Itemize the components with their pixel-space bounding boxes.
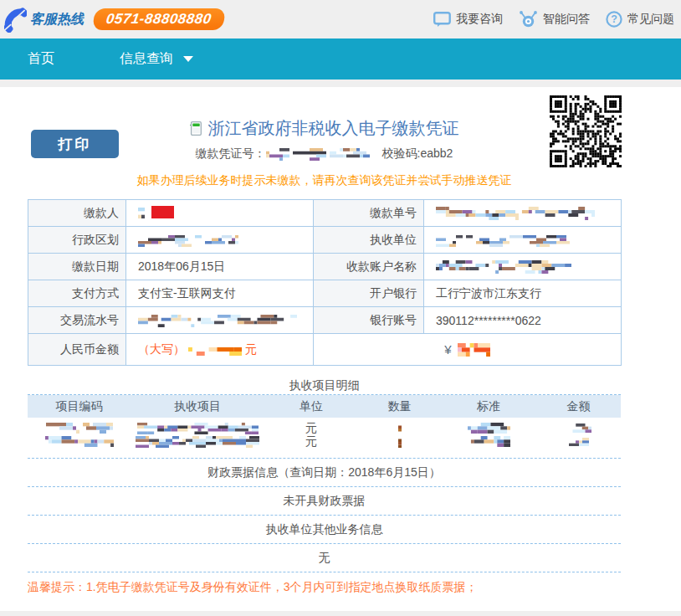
consult-link[interactable]: 我要咨询 (433, 12, 503, 28)
collecting-unit-label: 执收单位 (314, 227, 424, 254)
collecting-unit-redacted (436, 235, 570, 247)
region-label: 行政区划 (28, 227, 126, 254)
quantity-redacted (358, 434, 441, 447)
receiving-account-value (424, 254, 622, 280)
no-fiscal-bill: 未开具财政票据 (28, 487, 621, 516)
project-code-redacted (28, 435, 131, 448)
tips-text: 温馨提示：1.凭电子缴款凭证号及身份有效证件，3个月内可到指定地点换取纸质票据； (28, 579, 663, 594)
transaction-no-redacted (138, 315, 297, 327)
faq-label: 常见问题 (627, 12, 674, 27)
payer-label: 缴款人 (28, 200, 126, 227)
table-row: 交易流水号 银行账号 390112*********0622 (28, 307, 622, 334)
items-table-body: 元 元 (28, 418, 621, 459)
transaction-no-value (126, 307, 314, 334)
project-name-redacted (131, 434, 264, 447)
cny-words-prefix: （大写） (138, 342, 185, 357)
transaction-no-label: 交易流水号 (28, 307, 126, 334)
table-row: 缴款日期 2018年06月15日 收款账户名称 (28, 254, 622, 280)
smart-qa-link[interactable]: 智能问答 (519, 11, 590, 28)
yuan-sign: ¥ (444, 342, 451, 357)
fiscal-bill-info: 财政票据信息（查询日期：2018年6月15日） (28, 459, 621, 487)
hotline-label: 客服热线 (30, 11, 84, 28)
table-row: 缴款人 缴款单号 (28, 200, 622, 227)
bank-account-label: 银行账号 (314, 307, 424, 334)
cny-amount-figure: ¥ (314, 334, 622, 366)
project-name-redacted (131, 421, 264, 434)
cny-words-suffix: 元 (245, 342, 257, 357)
nav-info-query[interactable]: 信息查询 (120, 50, 193, 68)
voucher-number-label: 缴款凭证号： (196, 146, 266, 162)
none-value: 无 (28, 544, 621, 572)
items-section-title: 执收项目明细 (28, 377, 621, 393)
cny-amount-label: 人民币金额 (28, 334, 126, 366)
pay-order-no-label: 缴款单号 (314, 200, 424, 227)
cny-amount-words: （大写） 元 (126, 334, 314, 366)
main-nav: 首页 信息查询 (0, 38, 681, 80)
col-project-code: 项目编码 (28, 399, 131, 414)
faq-link[interactable]: ? 常见问题 (606, 11, 674, 28)
items-table: 项目编码 执收项目 单位 数量 标准 金额 元 元 (28, 394, 621, 459)
print-button[interactable]: 打印 (31, 130, 119, 158)
col-standard: 标准 (441, 399, 536, 414)
unit-value: 元 (264, 435, 358, 448)
page-title: 浙江省政府非税收入电子缴款凭证 (208, 117, 459, 140)
payer-redacted (138, 208, 151, 218)
document-icon (190, 121, 202, 136)
col-quantity: 数量 (358, 399, 441, 414)
warning-text: 如果办理后续业务时提示未缴款，请再次查询该凭证并尝试手动推送凭证 (28, 172, 621, 187)
voucher-card: 打印 浙江省政府非税收入电子缴款凭证 缴款凭证号： 校验码:eabb2 如果办理… (0, 87, 681, 611)
amount-redacted (536, 435, 621, 448)
col-amount: 金额 (536, 399, 621, 414)
unit-value: 元 (264, 422, 358, 434)
standard-redacted (441, 422, 536, 434)
cny-amount-redacted (458, 343, 490, 357)
receiving-account-redacted (436, 260, 571, 274)
table-row: 支付方式 支付宝-互联网支付 开户银行 工行宁波市江东支行 (28, 280, 622, 307)
chevron-down-icon (183, 56, 193, 62)
collecting-unit-value (424, 227, 622, 254)
pay-date-label: 缴款日期 (28, 254, 126, 280)
items-row: 元 (28, 422, 621, 434)
pay-order-no-redacted (436, 207, 595, 220)
project-code-redacted (28, 422, 131, 434)
checksum: 校验码:eabb2 (382, 146, 453, 162)
svg-text:?: ? (611, 13, 617, 25)
qr-code (550, 95, 622, 167)
other-business-info: 执收单位其他业务信息 (28, 516, 621, 544)
payer-value (126, 200, 314, 227)
standard-redacted (441, 435, 536, 448)
question-circle-icon: ? (606, 11, 622, 28)
nav-home[interactable]: 首页 (28, 50, 54, 68)
quantity-redacted (358, 421, 441, 434)
bank-account-value: 390112*********0622 (424, 307, 622, 334)
pay-date-value: 2018年06月15日 (126, 254, 314, 280)
receiving-account-label: 收款账户名称 (314, 254, 424, 280)
voucher-number-redacted (266, 148, 370, 161)
phone-icon (4, 6, 27, 33)
items-row: 元 (28, 435, 621, 447)
chat-bubble-icon (433, 12, 451, 28)
cny-words-redacted (188, 343, 242, 356)
smart-qa-label: 智能问答 (543, 12, 590, 27)
region-redacted (138, 235, 238, 247)
hotline-number-badge: 0571-88808880 (92, 8, 225, 30)
consult-label: 我要咨询 (456, 12, 503, 27)
col-project-name: 执收项目 (131, 399, 264, 414)
table-row: 行政区划 执收单位 (28, 227, 622, 254)
nav-info-query-label: 信息查询 (120, 50, 173, 68)
robot-icon (519, 11, 538, 28)
bank-label: 开户银行 (314, 280, 424, 307)
region-value (126, 227, 314, 254)
hotline-number: 0571-88808880 (105, 11, 212, 28)
pay-order-no-value (424, 200, 622, 227)
bank-value: 工行宁波市江东支行 (424, 280, 622, 307)
top-header: 客服热线 0571-88808880 我要咨询 (0, 0, 681, 38)
top-links: 我要咨询 智能问答 ? 常见问题 (433, 11, 674, 28)
col-unit: 单位 (264, 399, 358, 414)
pay-method-label: 支付方式 (28, 280, 126, 307)
hotline-brand: 客服热线 0571-88808880 (4, 6, 224, 33)
amount-redacted (536, 422, 621, 434)
table-row: 人民币金额 （大写） 元 ¥ (28, 334, 622, 366)
pay-method-value: 支付宝-互联网支付 (126, 280, 314, 307)
payer-stamp-redacted (151, 206, 174, 218)
